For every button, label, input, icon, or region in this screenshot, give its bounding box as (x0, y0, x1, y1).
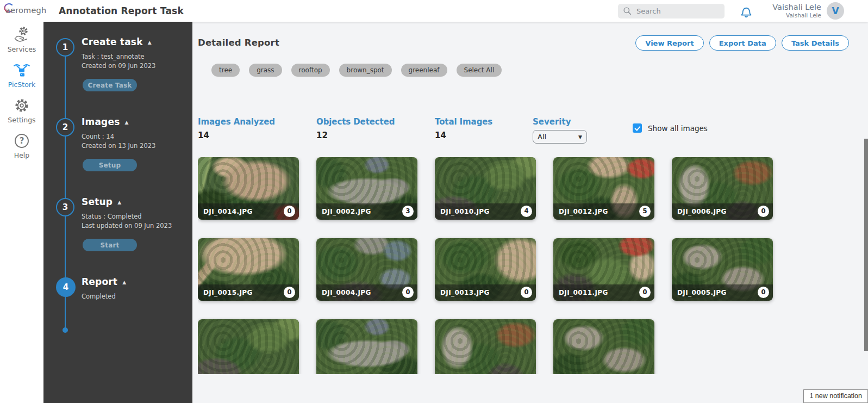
image-card[interactable]: DJI_0012.JPG 5 (553, 157, 654, 220)
drone-icon (13, 61, 31, 79)
step-images: Images ▲ Count : 14 Created on 13 Jun 20… (82, 116, 190, 171)
sidebar-item-services[interactable]: Services (0, 26, 43, 57)
export-data-button[interactable]: Export Data (709, 35, 776, 51)
image-filename: DJI_0006.JPG (677, 208, 727, 215)
step-header-images[interactable]: Images ▲ (82, 116, 190, 127)
image-card[interactable]: DJI_0015.JPG 0 (198, 238, 299, 301)
detection-count-badge: 0 (639, 287, 651, 298)
class-tag[interactable]: grass (249, 64, 282, 77)
sidebar-item-settings[interactable]: Settings (0, 96, 43, 128)
image-card[interactable]: DJI_0004.JPG 0 (316, 238, 417, 301)
image-grid: DJI_0014.JPG 0 DJI_0002.JPG 3 DJI_00 (198, 157, 782, 374)
show-all-images-toggle[interactable]: Show all images (633, 123, 708, 133)
image-filename: DJI_0013.JPG (440, 289, 490, 296)
image-card[interactable]: DJI_0013.JPG 0 (435, 238, 536, 301)
start-button[interactable]: Start (83, 239, 137, 251)
image-card-partial[interactable] (198, 319, 299, 374)
question-mark-icon: ? (15, 132, 29, 150)
image-caption-bar: DJI_0006.JPG 0 (672, 203, 773, 220)
step-detail: Count : 14 (82, 132, 190, 141)
step-detail: Status : Completed (82, 212, 190, 221)
image-caption-bar: DJI_0013.JPG 0 (435, 284, 536, 301)
class-tag[interactable]: Select All (457, 64, 502, 77)
image-filename: DJI_0010.JPG (440, 208, 490, 215)
sidebar-item-label: Help (14, 151, 30, 159)
aerial-thumbnail (316, 319, 417, 374)
chevron-down-icon: ▼ (578, 134, 582, 140)
create-task-button[interactable]: Create Task (83, 79, 137, 91)
search-input[interactable] (618, 4, 725, 18)
image-card[interactable]: DJI_0011.JPG 0 (553, 238, 654, 301)
detection-count-badge: 0 (521, 287, 532, 298)
services-hand-gear-icon (13, 26, 30, 44)
step-title: Report (82, 276, 117, 287)
app-root: aeromegh Services (0, 0, 868, 403)
show-all-images-label: Show all images (648, 124, 708, 133)
stat-value: 14 (198, 131, 275, 140)
image-card-partial[interactable] (553, 319, 654, 374)
step-detail: Completed (82, 292, 190, 301)
step-title: Setup (82, 196, 113, 207)
image-filename: DJI_0012.JPG (559, 208, 608, 215)
image-card[interactable]: DJI_0014.JPG 0 (198, 157, 299, 220)
image-caption-bar: DJI_0004.JPG 0 (316, 284, 417, 301)
image-card[interactable]: DJI_0006.JPG 0 (672, 157, 773, 220)
image-card-partial[interactable] (435, 319, 536, 374)
avatar[interactable]: V (827, 2, 844, 20)
section-title: Detailed Report (198, 38, 279, 48)
stat-value: 12 (316, 131, 395, 140)
stat-total-images: Total Images 14 (435, 117, 492, 140)
image-filename: DJI_0002.JPG (322, 208, 371, 215)
detection-count-badge: 4 (521, 206, 532, 217)
nav-rail: aeromegh Services (0, 0, 43, 403)
stat-label: Images Analyzed (198, 117, 275, 127)
class-tag[interactable]: greenleaf (401, 64, 447, 77)
severity-dropdown[interactable]: All ▼ (533, 130, 587, 144)
sidebar-item-label: Services (8, 45, 36, 53)
sidebar-item-help[interactable]: ? Help (0, 132, 43, 163)
user-menu[interactable]: Vaishali Lele Vaishali Lele (760, 3, 821, 19)
image-card[interactable]: DJI_0002.JPG 3 (316, 157, 417, 220)
view-report-button[interactable]: View Report (635, 35, 703, 51)
image-filename: DJI_0015.JPG (203, 289, 253, 296)
checkbox-checked-icon[interactable] (633, 123, 642, 133)
collapse-arrow-icon: ▲ (125, 119, 129, 125)
step-detail: Task : test_annotate (82, 52, 190, 61)
vertical-scrollbar-thumb[interactable] (864, 139, 868, 351)
image-filename: DJI_0014.JPG (203, 208, 253, 215)
notification-bell-icon[interactable] (739, 3, 754, 18)
severity-label: Severity (533, 117, 587, 127)
task-details-button[interactable]: Task Details (782, 35, 849, 51)
step-detail: Created on 09 Jun 2023 (82, 61, 190, 71)
detection-count-badge: 0 (284, 206, 295, 217)
class-tag-list: tree grass rooftop brown_spot greenleaf … (211, 64, 502, 77)
user-subtitle: Vaishali Lele (786, 12, 821, 19)
detection-count-badge: 0 (402, 287, 414, 298)
aerial-thumbnail (198, 319, 299, 374)
sidebar-item-picstork[interactable]: PicStork (0, 61, 43, 92)
image-card-partial[interactable] (316, 319, 417, 374)
stat-label: Objects Detected (316, 117, 395, 127)
class-tag[interactable]: brown_spot (339, 64, 392, 77)
search-icon (623, 7, 632, 16)
gear-icon (14, 96, 30, 115)
step-detail: Created on 13 Jun 2023 (82, 141, 190, 151)
aerial-thumbnail (435, 319, 536, 374)
sidebar-item-label: Settings (8, 116, 35, 124)
class-tag[interactable]: rooftop (291, 64, 330, 77)
setup-button[interactable]: Setup (83, 159, 137, 171)
image-caption-bar: DJI_0014.JPG 0 (198, 203, 299, 220)
class-tag[interactable]: tree (211, 64, 240, 77)
step-header-setup[interactable]: Setup ▲ (82, 196, 190, 207)
image-card[interactable]: DJI_0005.JPG 0 (672, 238, 773, 301)
status-notification: 1 new notification (803, 389, 868, 403)
detection-count-badge: 5 (639, 206, 651, 217)
image-card[interactable]: DJI_0010.JPG 4 (435, 157, 536, 220)
image-filename: DJI_0004.JPG (322, 289, 371, 296)
step-header-report[interactable]: Report ▲ (82, 276, 190, 287)
detection-count-badge: 0 (284, 287, 295, 298)
image-caption-bar: DJI_0015.JPG 0 (198, 284, 299, 301)
step-header-create-task[interactable]: Create task ▲ (82, 36, 190, 47)
stat-label: Total Images (435, 117, 492, 127)
step-create-task: Create task ▲ Task : test_annotate Creat… (82, 36, 190, 91)
